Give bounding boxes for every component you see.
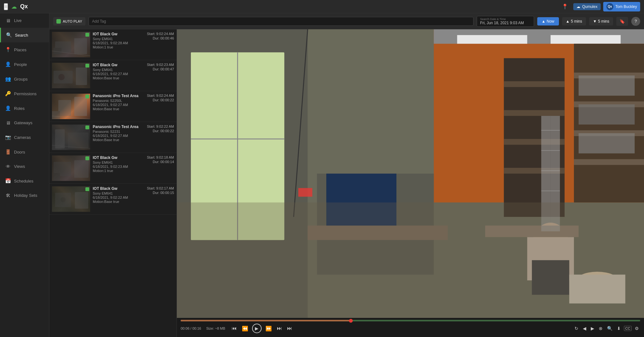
thumb-online-indicator-6 <box>85 187 89 191</box>
people-icon: 👤 <box>5 61 11 67</box>
sidebar-item-live[interactable]: 🖥 Live <box>0 13 49 28</box>
doors-icon: 🚪 <box>5 149 11 155</box>
result-start-5: Start: 9:02:18 AM <box>147 155 174 159</box>
sidebar-item-people[interactable]: 👤 People <box>0 57 49 72</box>
thumb-art-2 <box>52 63 90 88</box>
result-motion-5: Motion:1 true <box>93 169 144 173</box>
result-thumb-6 <box>52 186 90 212</box>
date-time-picker[interactable]: Search Date & Time Fri, Jun 18, 2021 9:0… <box>477 16 534 27</box>
sidebar-item-permissions[interactable]: 🔑 Permissions <box>0 86 49 101</box>
skip-to-end-button[interactable]: ⏭ <box>286 325 293 332</box>
result-info-1: IOT Black Gw Sony EM641 6/18/2021, 9:02:… <box>93 32 144 49</box>
result-item-6[interactable]: IOT Black Gw Sony EM641 6/18/2021, 9:02:… <box>49 184 177 215</box>
thumb-online-indicator-2 <box>85 64 89 68</box>
prev-button[interactable]: ⏪ <box>241 325 250 332</box>
sidebar-label-cameras: Cameras <box>14 135 31 140</box>
size-display: Size: ~8 MB <box>206 326 225 330</box>
schedules-icon: 📅 <box>5 178 11 184</box>
step-forward-button[interactable]: ▶ <box>590 325 596 332</box>
result-item-2[interactable]: IOT Black Gw Sony EM641 6/18/2021, 9:02:… <box>49 60 177 91</box>
topbar-right: 📍 ☁ Qumulex Qx Tom Buckley <box>559 2 640 11</box>
main-layout: 🖥 Live 🔍 Search 📍 Places 👤 People 👥 Grou… <box>0 13 644 337</box>
result-thumb-5 <box>52 155 90 181</box>
progress-thumb <box>349 319 353 323</box>
result-title-6: IOT Black Gw <box>93 186 144 191</box>
result-date-4: 6/18/2021, 9:02:27 AM <box>93 134 144 138</box>
sidebar-label-roles: Roles <box>14 106 25 111</box>
now-button[interactable]: ▲ Now <box>537 17 559 25</box>
progress-container[interactable] <box>181 319 640 322</box>
user-menu-button[interactable]: Qx Tom Buckley <box>603 2 640 11</box>
replay-button[interactable]: ↻ <box>573 325 580 332</box>
app-logo: Qx <box>20 3 28 10</box>
thumb-online-indicator-3 <box>85 95 89 98</box>
controls-row: 00:06 / 00:16 Size: ~8 MB ⏮ ⏪ ▶ ⏩ ⏭ ⏭ ↻ … <box>181 324 640 333</box>
up-arrow-icon: ▲ <box>566 19 570 24</box>
result-info-5: IOT Black Gw Sony EM641 6/18/2021, 9:02:… <box>93 155 144 173</box>
svg-rect-36 <box>579 104 635 125</box>
result-sub-4: Panasonic S2231 <box>93 130 144 133</box>
topbar: ≡ ☁ Qx 📍 ☁ Qumulex Qx Tom Buckley <box>0 0 644 13</box>
result-item-3[interactable]: Panasonic iPro Test Area Panasonic S2250… <box>49 91 177 122</box>
svg-rect-34 <box>574 159 644 165</box>
sidebar-item-groups[interactable]: 👥 Groups <box>0 72 49 86</box>
minus5-label: 5 mins <box>598 19 609 24</box>
caption-button[interactable]: CC <box>624 326 632 331</box>
svg-rect-35 <box>579 75 635 96</box>
result-times-6: Start: 9:02:17 AM Dur: 00:00:15 <box>147 186 174 195</box>
stop-button[interactable]: ⊗ <box>597 325 604 332</box>
result-thumb-1 <box>52 32 90 57</box>
bookmark-button[interactable]: 🔖 <box>616 17 628 26</box>
svg-rect-39 <box>504 81 565 87</box>
result-title-4: Panasonic iPro Test Area <box>93 125 144 129</box>
result-item-1[interactable]: IOT Black Gw Sony EM641 6/18/2021, 9:02:… <box>49 29 177 60</box>
minus5-button[interactable]: ▼ 5 mins <box>589 17 613 25</box>
result-date-2: 6/18/2021, 9:02:27 AM <box>93 72 144 76</box>
help-button[interactable]: ? <box>631 17 640 26</box>
result-item-4[interactable]: Panasonic iPro Test Area Panasonic S2231… <box>49 122 177 153</box>
skip-to-start-button[interactable]: ⏮ <box>230 325 238 332</box>
autoplay-button[interactable]: AUTO PLAY <box>53 17 85 25</box>
result-info-2: IOT Black Gw Sony EM641 6/18/2021, 9:02:… <box>93 63 144 80</box>
settings-button[interactable]: ⚙ <box>633 325 640 332</box>
result-title-5: IOT Black Gw <box>93 155 144 160</box>
svg-rect-61 <box>177 203 644 318</box>
svg-rect-1 <box>74 38 87 54</box>
sidebar-item-holiday-sets[interactable]: 🛠 Holiday Sets <box>0 188 49 203</box>
result-info-3: Panasonic iPro Test Area Panasonic S2250… <box>93 94 144 111</box>
result-start-3: Start: 9:02:24 AM <box>147 94 174 97</box>
location-button[interactable]: 📍 <box>559 2 571 11</box>
download-button[interactable]: ⬇ <box>616 325 622 332</box>
cameras-icon: 📷 <box>5 134 11 140</box>
result-item-5[interactable]: IOT Black Gw Sony EM641 6/18/2021, 9:02:… <box>49 153 177 184</box>
tag-input[interactable] <box>89 17 474 26</box>
plus5-button[interactable]: ▲ 5 mins <box>562 17 586 25</box>
result-title-3: Panasonic iPro Test Area <box>93 94 144 98</box>
thumb-online-indicator-4 <box>85 125 89 129</box>
sidebar-item-views[interactable]: 👁 Views <box>0 159 49 174</box>
now-button-label: Now <box>547 19 554 24</box>
svg-rect-5 <box>76 68 87 85</box>
sidebar-label-places: Places <box>14 47 26 52</box>
sidebar-item-gateways[interactable]: 🖥 Gateways <box>0 116 49 130</box>
thumb-online-indicator-1 <box>85 33 89 37</box>
sidebar-item-cameras[interactable]: 📷 Cameras <box>0 130 49 145</box>
play-pause-button[interactable]: ▶ <box>252 324 262 333</box>
fast-forward-button[interactable]: ⏭ <box>276 325 283 332</box>
hamburger-button[interactable]: ≡ <box>4 3 8 10</box>
cloud-status-btn[interactable]: ☁ Qumulex <box>573 3 601 10</box>
result-date-6: 6/18/2021, 9:02:22 AM <box>93 196 144 199</box>
result-motion-2: Motion:Base true <box>93 76 144 80</box>
sidebar-label-groups: Groups <box>14 77 28 82</box>
sidebar-item-search[interactable]: 🔍 Search <box>0 28 49 42</box>
zoom-button[interactable]: 🔍 <box>606 325 614 332</box>
sidebar-item-roles[interactable]: 👤 Roles <box>0 101 49 116</box>
roles-icon: 👤 <box>5 105 11 111</box>
sidebar-item-schedules[interactable]: 📅 Schedules <box>0 174 49 188</box>
now-up-arrow-icon: ▲ <box>542 19 546 24</box>
progress-green <box>181 320 640 321</box>
next-button[interactable]: ⏩ <box>264 325 273 332</box>
step-back-button[interactable]: ◀ <box>582 325 588 332</box>
sidebar-item-doors[interactable]: 🚪 Doors <box>0 145 49 159</box>
sidebar-item-places[interactable]: 📍 Places <box>0 42 49 57</box>
